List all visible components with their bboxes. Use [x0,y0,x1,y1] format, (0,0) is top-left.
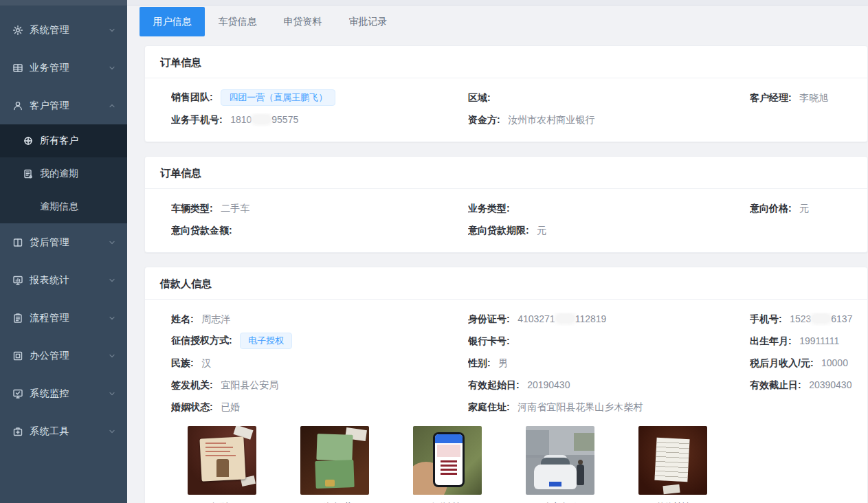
credit-auth-phone-photo-thumbnail[interactable] [413,426,482,495]
notebook-icon [23,168,34,179]
book-icon [12,237,23,248]
sidebar-item-system-monitor[interactable]: 系统监控 [0,375,127,412]
chevron-down-icon [108,427,116,436]
sidebar-item-label: 办公管理 [30,350,108,362]
clipboard-icon [12,313,23,324]
sidebar-item-report-statistics[interactable]: 报表统计 [0,261,127,299]
sidebar-subitem-my-overdue[interactable]: 我的逾期 [0,157,127,190]
document-photos: 身份证 登记证书 [171,418,860,503]
redaction-blur [812,314,830,323]
field-row: 婚姻状态: 已婚 家庭住址: 河南省宜阳县花果山乡木柴村 [171,396,860,418]
chevron-down-icon [108,390,116,398]
field-business-type: 业务类型: [468,202,750,215]
document-photo-thumbnail[interactable] [638,426,707,495]
field-intent-price: 意向价格: 元 [750,202,860,215]
field-ethnicity: 民族: 汉 [171,357,468,370]
gear-icon [12,25,23,36]
field-issuing-authority: 签发机关: 宜阳县公安局 [171,379,468,392]
tab-car-loan-info[interactable]: 车贷信息 [205,7,270,36]
field-credit-auth-method: 征信授权方式: 电子授权 [171,333,468,349]
sidebar-item-label: 报表统计 [30,274,108,287]
field-row: 签发机关: 宜阳县公安局 有效起始日: 20190430 有效截止日: 2039… [171,374,860,396]
photo-person-with-car[interactable]: 人车合影 [526,426,594,503]
field-marital-status: 婚姻状态: 已婚 [171,401,468,414]
sidebar-item-process-management[interactable]: 流程管理 [0,299,127,337]
chevron-down-icon [108,64,116,72]
chart-monitor-icon [12,275,23,286]
sidebar-item-label: 流程管理 [30,312,108,324]
chevron-down-icon [108,276,116,284]
field-intent-loan-amount: 意向贷款金额: [171,224,468,237]
tab-panel-user-info: 订单信息 销售团队: 四团一营（直属王鹏飞） 区域: 客户经理: 李晓旭 [127,36,868,503]
field-business-phone: 业务手机号: 181095575 [171,113,468,126]
field-row: 业务手机号: 181095575 资金方: 汝州市农村商业银行 [171,109,860,131]
field-region: 区域: [468,91,750,104]
sidebar: 系统管理 业务管理 客户管理 [0,0,127,503]
photo-registration-book[interactable]: 登记证书 [300,426,369,503]
tab-user-info[interactable]: 用户信息 [140,7,205,36]
field-id-number: 身份证号: 4103271112819 [468,313,750,326]
field-birth-date: 出生年月: 19911111 [750,335,860,348]
redaction-blur [556,314,575,323]
user-icon [12,100,23,111]
sidebar-item-system-tools[interactable]: 系统工具 [0,412,127,450]
chevron-down-icon [108,352,116,360]
field-name: 姓名: 周志洋 [171,313,468,326]
card-title: 订单信息 [145,157,867,189]
photo-credit-auth-phone[interactable]: 征信授权 [413,426,482,503]
sidebar-item-label: 系统工具 [30,425,108,438]
loan-intent-card: 订单信息 车辆类型: 二手车 业务类型: 意向价格: 元 [144,156,868,253]
main-content: 用户信息 车贷信息 申贷资料 审批记录 订单信息 销售团队: 四团一营（直属王鹏… [127,0,868,503]
sidebar-item-label: 业务管理 [30,62,108,74]
sidebar-item-postloan-management[interactable]: 贷后管理 [0,223,127,261]
sidebar-item-label: 贷后管理 [30,236,108,249]
field-monthly-income: 税后月收入/元: 10000 [750,357,860,370]
tab-loan-application-docs[interactable]: 申贷资料 [270,7,335,36]
person-with-car-photo-thumbnail[interactable] [526,426,594,495]
chevron-down-icon [108,238,116,247]
sidebar-nav: 系统管理 业务管理 客户管理 [0,0,127,450]
field-vehicle-type: 车辆类型: 二手车 [171,202,468,215]
card-title: 订单信息 [145,46,867,78]
field-row: 销售团队: 四团一营（直属王鹏飞） 区域: 客户经理: 李晓旭 [171,87,860,109]
redaction-blur [252,115,271,124]
sidebar-subitem-all-customers[interactable]: 所有客户 [0,124,127,157]
sidebar-item-customer-management[interactable]: 客户管理 [0,87,127,124]
chevron-up-icon [108,102,116,110]
sidebar-subitem-label: 逾期信息 [40,201,127,213]
sidebar-subitem-label: 所有客户 [40,135,127,147]
field-valid-from: 有效起始日: 20190430 [468,379,750,392]
tab-approval-records[interactable]: 审批记录 [335,7,401,36]
sidebar-item-business-management[interactable]: 业务管理 [0,49,127,87]
sidebar-item-label: 客户管理 [30,100,108,112]
photo-document[interactable]: 其他材料 [638,426,707,503]
chevron-down-icon [108,314,116,322]
chevron-down-icon [108,26,116,34]
id-card-photo-thumbnail[interactable] [188,426,256,495]
field-bank-card: 银行卡号: [468,335,750,348]
sidebar-subitem-overdue-info[interactable]: 逾期信息 [0,190,127,223]
toolbox-icon [12,426,23,437]
field-gender: 性别: 男 [468,357,750,370]
field-intent-loan-term: 意向贷款期限: 元 [468,224,750,237]
archive-box-icon [12,350,23,361]
sidebar-item-system-management[interactable]: 系统管理 [0,11,127,49]
field-valid-to: 有效截止日: 20390430 [750,379,860,392]
field-mobile: 手机号: 15236137 [750,313,860,326]
field-row: 姓名: 周志洋 身份证号: 4103271112819 手机号: 1523613… [171,308,860,330]
sidebar-item-office-management[interactable]: 办公管理 [0,337,127,375]
monitor-check-icon [12,388,23,399]
field-row: 征信授权方式: 电子授权 银行卡号: 出生年月: 19911111 [171,330,860,352]
field-home-address: 家庭住址: 河南省宜阳县花果山乡木柴村 [468,401,750,414]
photo-id-card[interactable]: 身份证 [188,426,256,503]
credit-auth-tag: 电子授权 [240,333,292,349]
registration-book-photo-thumbnail[interactable] [300,426,369,495]
sidebar-subitem-label: 我的逾期 [40,168,127,180]
sales-team-tag: 四团一营（直属王鹏飞） [221,89,335,106]
order-info-card: 订单信息 销售团队: 四团一营（直属王鹏飞） 区域: 客户经理: 李晓旭 [144,45,868,142]
field-row: 民族: 汉 性别: 男 税后月收入/元: 10000 [171,352,860,374]
sidebar-item-label: 系统管理 [30,24,108,36]
sidebar-item-label: 系统监控 [30,388,108,400]
top-header-edge [127,0,868,5]
detail-tabs: 用户信息 车贷信息 申贷资料 审批记录 [140,7,868,36]
